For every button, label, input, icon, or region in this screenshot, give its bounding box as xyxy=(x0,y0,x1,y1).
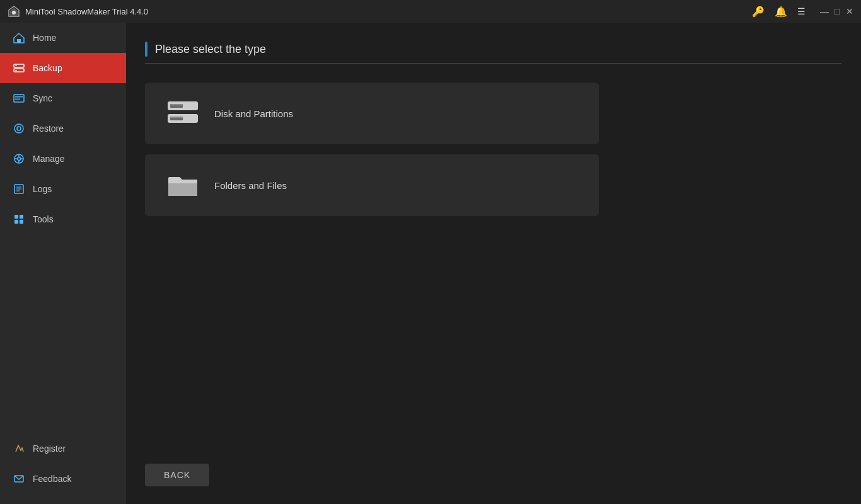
logs-icon xyxy=(13,183,25,195)
close-button[interactable]: ✕ xyxy=(846,8,853,15)
svg-point-12 xyxy=(14,124,23,133)
backup-icon xyxy=(13,62,25,74)
folders-files-label: Folders and Files xyxy=(214,180,287,191)
svg-rect-26 xyxy=(14,220,18,224)
home-icon xyxy=(13,32,25,44)
sidebar-bottom: Register Feedback xyxy=(0,433,126,504)
content-area: Please select the type Disk and Partitio… xyxy=(126,23,861,504)
folders-files-card[interactable]: Folders and Files xyxy=(145,154,599,216)
register-icon xyxy=(13,442,25,455)
restore-icon xyxy=(13,122,25,135)
sidebar-item-tools[interactable]: Tools xyxy=(0,204,126,234)
sidebar-label-register: Register xyxy=(33,444,66,454)
svg-point-13 xyxy=(17,127,21,130)
page-title: Please select the type xyxy=(155,43,266,56)
sidebar-label-logs: Logs xyxy=(33,184,52,194)
svg-rect-6 xyxy=(15,66,17,66)
svg-rect-10 xyxy=(15,96,23,98)
window-buttons: — □ ✕ xyxy=(821,8,853,15)
page-title-bar: Please select the type xyxy=(145,42,842,64)
sidebar-item-register[interactable]: Register xyxy=(0,433,126,464)
disk-icon xyxy=(164,98,202,129)
svg-rect-27 xyxy=(20,220,23,224)
key-icon[interactable]: 🔑 xyxy=(752,6,765,18)
back-button[interactable]: BACK xyxy=(145,464,209,486)
sync-icon xyxy=(13,92,25,105)
sidebar-label-sync: Sync xyxy=(33,93,52,103)
svg-rect-37 xyxy=(168,180,197,183)
sidebar-item-sync[interactable]: Sync xyxy=(0,83,126,113)
sidebar-label-restore: Restore xyxy=(33,123,64,134)
sidebar-label-manage: Manage xyxy=(33,154,65,164)
sidebar-item-logs[interactable]: Logs xyxy=(0,174,126,204)
sidebar-label-backup: Backup xyxy=(33,63,62,73)
feedback-icon xyxy=(13,472,25,485)
title-controls: 🔑 🔔 ☰ — □ ✕ xyxy=(752,6,853,18)
app-logo-icon xyxy=(8,5,20,18)
sidebar-item-manage[interactable]: Manage xyxy=(0,144,126,174)
svg-rect-34 xyxy=(170,117,183,118)
main-layout: Home Backup Syn xyxy=(0,23,861,504)
sidebar-label-feedback: Feedback xyxy=(33,474,71,484)
svg-rect-11 xyxy=(15,99,20,100)
app-title: MiniTool ShadowMaker Trial 4.4.0 xyxy=(25,7,148,16)
bell-icon[interactable]: 🔔 xyxy=(775,6,787,18)
sidebar-item-home[interactable]: Home xyxy=(0,23,126,53)
disk-partitions-card[interactable]: Disk and Partitions xyxy=(145,83,599,144)
app-logo: MiniTool ShadowMaker Trial 4.4.0 xyxy=(8,5,148,18)
sidebar-item-backup[interactable]: Backup xyxy=(0,53,126,83)
sidebar-label-tools: Tools xyxy=(33,214,54,224)
tools-icon xyxy=(13,213,25,226)
titlebar: MiniTool ShadowMaker Trial 4.4.0 🔑 🔔 ☰ —… xyxy=(0,0,861,23)
menu-icon[interactable]: ☰ xyxy=(797,6,806,16)
sidebar-item-feedback[interactable]: Feedback xyxy=(0,464,126,494)
svg-rect-8 xyxy=(15,70,17,71)
title-accent xyxy=(145,42,147,57)
svg-rect-9 xyxy=(14,94,24,102)
svg-rect-36 xyxy=(168,182,197,196)
sidebar-label-home: Home xyxy=(33,33,56,43)
manage-icon xyxy=(13,152,25,165)
sidebar-item-restore[interactable]: Restore xyxy=(0,113,126,144)
svg-rect-25 xyxy=(20,215,23,219)
svg-rect-31 xyxy=(170,104,183,106)
svg-rect-4 xyxy=(17,39,21,43)
svg-point-15 xyxy=(18,158,21,161)
maximize-button[interactable]: □ xyxy=(833,8,841,15)
minimize-button[interactable]: — xyxy=(821,8,828,15)
back-button-container: BACK xyxy=(145,464,209,486)
disk-partitions-label: Disk and Partitions xyxy=(214,108,293,119)
folder-icon xyxy=(164,169,202,201)
svg-rect-24 xyxy=(14,215,18,219)
svg-point-2 xyxy=(12,11,16,14)
sidebar: Home Backup Syn xyxy=(0,23,126,504)
